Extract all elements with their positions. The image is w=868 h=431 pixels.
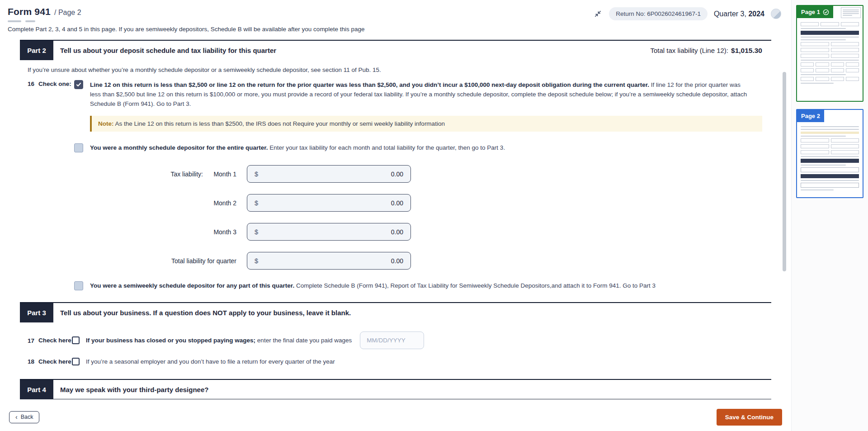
half-filled-circle-icon[interactable] xyxy=(771,9,781,19)
check-circle-icon xyxy=(823,9,829,15)
semiweekly-depositor-text: You were a semiweekly schedule depositor… xyxy=(90,281,750,290)
page2-badge-label: Page 2 xyxy=(801,113,820,119)
line16-option1-text: Line 12 on this return is less than $2,5… xyxy=(90,80,750,109)
vertical-scrollbar xyxy=(782,0,787,431)
form-content: Part 2 Tell us about your deposit schedu… xyxy=(20,40,771,406)
part3-title: Tell us about your business. If a questi… xyxy=(60,303,771,322)
line18-checkbox[interactable] xyxy=(72,358,80,365)
page-title: Form 941 xyxy=(8,6,51,17)
semiweekly-depositor-row: You were a semiweekly schedule depositor… xyxy=(20,281,771,290)
month2-input[interactable]: $ 0.00 xyxy=(247,194,411,212)
semiweekly-depositor-bold: You were a semiweekly schedule depositor… xyxy=(90,282,294,289)
form-941-app: Form 941 / Page 2 Complete Part 2, 3, 4 … xyxy=(0,0,868,431)
part2-title: Tell us about your deposit schedule and … xyxy=(60,41,650,60)
month3-label: Month 3 xyxy=(203,228,236,236)
line18-check-label: Check here xyxy=(38,358,72,365)
page2-thumbnail-preview xyxy=(797,110,863,197)
return-number-badge: Return No: 6P002602461967-1 xyxy=(609,7,708,20)
title-underline xyxy=(8,20,782,22)
part2-chip: Part 2 xyxy=(20,41,53,60)
month3-row: Month 3 $ 0.00 xyxy=(20,223,771,241)
month1-input[interactable]: $ 0.00 xyxy=(247,165,411,183)
monthly-depositor-row: You were a monthly schedule depositor fo… xyxy=(20,143,771,152)
month1-row: Tax liability: Month 1 $ 0.00 xyxy=(20,165,771,183)
month2-row: Month 2 $ 0.00 xyxy=(20,194,771,212)
total-tax-liability: Total tax liability (Line 12): $1,015.30 xyxy=(650,41,762,60)
note-label: Note: xyxy=(98,120,114,127)
note-text: As the Line 12 on this return is less th… xyxy=(115,120,445,127)
line16-row: 16 Check one: Line 12 on this return is … xyxy=(20,80,771,109)
page-thumbnails-sidebar: Page 1 xyxy=(791,0,868,431)
page1-badge: Page 1 xyxy=(797,6,833,18)
line16-number: 16 xyxy=(28,80,38,109)
monthly-depositor-text: You were a monthly schedule depositor fo… xyxy=(90,143,750,152)
page1-thumbnail-preview xyxy=(797,6,863,101)
quarter-label: Quarter 3, 2024 xyxy=(714,10,764,18)
total-quarter-row: Total liability for quarter $ 0.00 xyxy=(20,252,771,270)
semiweekly-depositor-checkbox[interactable] xyxy=(74,281,83,290)
page2-badge: Page 2 xyxy=(797,110,824,122)
currency-symbol: $ xyxy=(255,257,258,265)
part2-header: Part 2 Tell us about your deposit schedu… xyxy=(20,40,771,60)
line18-row: 18 Check here If you’re a seasonal emplo… xyxy=(20,355,771,367)
line17-checkbox[interactable] xyxy=(72,336,80,344)
line18-text: If you’re a seasonal employer and you do… xyxy=(86,358,335,365)
breadcrumb-page: / Page 2 xyxy=(54,9,81,17)
total-quarter-label: Total liability for quarter xyxy=(20,257,236,265)
collapse-icon[interactable] xyxy=(593,9,603,19)
page-header: Form 941 / Page 2 Complete Part 2, 3, 4 … xyxy=(0,0,782,40)
page2-thumbnail[interactable]: Page 2 xyxy=(796,109,863,198)
month1-label: Month 1 xyxy=(203,171,236,178)
tax-liability-label: Tax liability: xyxy=(20,171,203,178)
checkmark-icon xyxy=(76,82,81,87)
page1-thumbnail[interactable]: Page 1 xyxy=(796,5,863,102)
line16-option1-bold: Line 12 on this return is less than $2,5… xyxy=(90,81,649,88)
monthly-depositor-rest: Enter your tax liability for each month … xyxy=(269,144,505,151)
back-button-label: Back xyxy=(21,414,33,420)
page1-badge-label: Page 1 xyxy=(801,9,820,15)
line16-option1-checkbox[interactable] xyxy=(74,80,83,89)
month2-value: 0.00 xyxy=(391,199,403,207)
part2-intro: If you’re unsure about whether you’re a … xyxy=(28,66,771,73)
line17-check-label: Check here xyxy=(38,337,72,344)
back-button[interactable]: ‹ Back xyxy=(9,411,39,423)
note-banner: Note: As the Line 12 on this return is l… xyxy=(90,116,762,132)
part4-chip: Part 4 xyxy=(20,380,53,399)
currency-symbol: $ xyxy=(255,199,258,207)
part4-title: May we speak with your third-party desig… xyxy=(60,380,771,399)
footer-bar: ‹ Back Save & Continue xyxy=(0,406,782,431)
line17-number: 17 xyxy=(28,337,38,344)
total-tax-liability-value: $1,015.30 xyxy=(731,47,762,55)
final-wage-date-input[interactable] xyxy=(360,332,424,349)
line17-text: If your business has closed or you stopp… xyxy=(86,337,352,344)
monthly-depositor-checkbox[interactable] xyxy=(74,143,83,152)
save-continue-button[interactable]: Save & Continue xyxy=(717,409,782,426)
line17-row: 17 Check here If your business has close… xyxy=(20,332,771,349)
scrollbar-thumb[interactable] xyxy=(783,72,786,271)
page-subtitle: Complete Part 2, 3, 4 and 5 in this page… xyxy=(8,26,782,33)
main-panel: Form 941 / Page 2 Complete Part 2, 3, 4 … xyxy=(0,0,782,431)
total-tax-liability-label: Total tax liability (Line 12): xyxy=(650,47,728,54)
line18-number: 18 xyxy=(28,358,38,365)
chevron-left-icon: ‹ xyxy=(15,414,18,420)
part3-chip: Part 3 xyxy=(20,303,53,322)
total-quarter-value: 0.00 xyxy=(391,257,403,265)
month1-value: 0.00 xyxy=(391,171,403,178)
quarter-year: 2024 xyxy=(748,10,764,18)
line17-text-bold: If your business has closed or you stopp… xyxy=(86,337,255,344)
month3-input[interactable]: $ 0.00 xyxy=(247,223,411,241)
month3-value: 0.00 xyxy=(391,228,403,236)
line17-text-rest: enter the final date you paid wages xyxy=(257,337,352,344)
month2-label: Month 2 xyxy=(203,199,236,207)
monthly-depositor-bold: You were a monthly schedule depositor fo… xyxy=(90,144,268,151)
part3-header: Part 3 Tell us about your business. If a… xyxy=(20,302,771,322)
total-quarter-input[interactable]: $ 0.00 xyxy=(247,252,411,270)
quarter-text: Quarter 3, xyxy=(714,10,746,18)
currency-symbol: $ xyxy=(255,171,258,178)
semiweekly-depositor-rest: Complete Schedule B (Form 941), Report o… xyxy=(296,282,656,289)
part4-header: Part 4 May we speak with your third-part… xyxy=(20,379,771,399)
currency-symbol: $ xyxy=(255,228,258,236)
line16-label: Check one: xyxy=(38,80,74,109)
